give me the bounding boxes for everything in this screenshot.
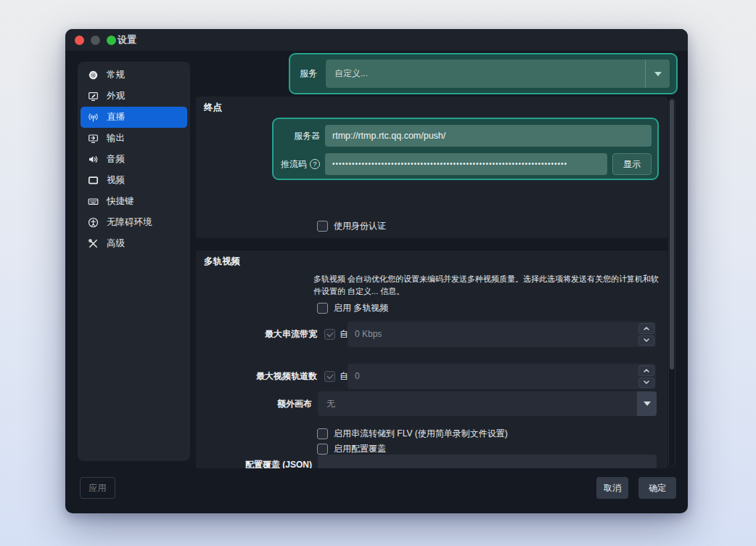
multitrack-header: 多轨视频 (204, 256, 240, 268)
flv-dump-row: 启用串流转储到 FLV (使用简单录制文件设置) (317, 428, 508, 440)
keyboard-icon (88, 196, 99, 207)
max-bitrate-label: 最大串流带宽 (196, 322, 317, 347)
endpoint-header: 终点 (204, 102, 222, 114)
sidebar-item-label: 直播 (107, 111, 125, 123)
tools-icon (88, 238, 99, 249)
multitrack-enable-row: 启用 多轨视频 (317, 302, 388, 314)
extra-canvas-value: 无 (318, 391, 637, 416)
endpoint-panel: 终点 服务器 rtmp://rtmp.rtc.qq.com/push/ 推流码 … (196, 97, 667, 238)
sidebar-item-label: 输出 (107, 132, 125, 144)
sidebar-item-audio[interactable]: 音频 (81, 149, 187, 170)
auth-checkbox-label: 使用身份认证 (334, 220, 386, 232)
sidebar-item-hotkeys[interactable]: 快捷键 (81, 191, 187, 212)
zoom-traffic-light[interactable] (107, 36, 116, 45)
sidebar-item-label: 常规 (107, 69, 125, 81)
sidebar-item-appearance[interactable]: 外观 (81, 86, 187, 107)
sidebar-item-label: 无障碍环境 (107, 216, 152, 229)
config-override-json-textarea[interactable] (318, 455, 657, 468)
minimize-traffic-light[interactable] (91, 36, 100, 45)
chevron-down-icon (637, 391, 657, 416)
settings-scroll-area: 终点 服务器 rtmp://rtmp.rtc.qq.com/push/ 推流码 … (196, 97, 667, 468)
stream-key-label: 推流码 ? (279, 158, 320, 171)
sidebar-item-label: 高级 (107, 237, 125, 250)
bitrate-step-down-button[interactable] (638, 335, 654, 346)
service-dropdown[interactable]: 自定义... (326, 60, 670, 88)
sidebar-item-stream[interactable]: 直播 (81, 107, 187, 128)
max-tracks-auto-checkbox[interactable] (324, 371, 335, 382)
ok-button[interactable]: 确定 (638, 477, 676, 499)
stream-key-input[interactable]: ••••••••••••••••••••••••••••••••••••••••… (325, 153, 607, 175)
max-bitrate-input[interactable]: 0 Kbps (348, 322, 656, 347)
multitrack-description: 多轨视频 会自动优化您的设置来编码并发送多种视频质量。选择此选项将发送有关您的计… (313, 273, 660, 298)
max-tracks-label: 最大视频轨道数 (196, 364, 317, 389)
speaker-icon (88, 154, 99, 165)
sidebar-item-output[interactable]: 输出 (81, 128, 187, 149)
config-override-json-label: 配置覆盖 (JSON) (196, 459, 312, 468)
service-dropdown-value: 自定义... (326, 60, 645, 88)
sidebar-item-general[interactable]: 常规 (81, 65, 187, 86)
max-bitrate-auto-checkbox[interactable] (324, 329, 335, 340)
sidebar-item-label: 快捷键 (107, 195, 134, 208)
tracks-step-down-button[interactable] (638, 378, 654, 388)
output-icon (88, 133, 99, 144)
flv-dump-checkbox[interactable] (317, 428, 328, 439)
flv-dump-label: 启用串流转储到 FLV (使用简单录制文件设置) (334, 428, 508, 440)
auth-checkbox[interactable] (317, 221, 328, 232)
sidebar-item-video[interactable]: 视频 (81, 170, 187, 191)
appearance-icon (88, 91, 99, 102)
broadcast-icon (88, 112, 99, 123)
bitrate-step-up-button[interactable] (638, 323, 654, 334)
chevron-down-icon (645, 60, 670, 88)
config-override-checkbox[interactable] (317, 444, 328, 455)
sidebar-item-label: 视频 (107, 174, 125, 187)
close-traffic-light[interactable] (75, 36, 84, 45)
window-title: 设置 (118, 29, 136, 51)
service-highlight-box: 服务 自定义... (289, 53, 678, 94)
auth-checkbox-row: 使用身份认证 (317, 220, 386, 232)
sidebar-item-label: 外观 (107, 90, 125, 102)
settings-window: 设置 常规 外观 直播 输出 (65, 29, 688, 513)
max-tracks-input[interactable]: 0 (348, 364, 656, 389)
chevron-up-icon (644, 369, 649, 372)
monitor-icon (88, 175, 99, 186)
service-label: 服务 (300, 68, 317, 80)
extra-canvas-dropdown[interactable]: 无 (318, 391, 657, 416)
endpoint-highlight-box: 服务器 rtmp://rtmp.rtc.qq.com/push/ 推流码 ? •… (272, 118, 659, 180)
help-icon[interactable]: ? (310, 159, 320, 169)
multitrack-panel: 多轨视频 多轨视频 会自动优化您的设置来编码并发送多种视频质量。选择此选项将发送… (196, 250, 667, 468)
settings-sidebar: 常规 外观 直播 输出 音频 (78, 62, 190, 461)
sidebar-item-label: 音频 (107, 153, 125, 166)
sidebar-item-advanced[interactable]: 高级 (81, 233, 187, 254)
server-input[interactable]: rtmp://rtmp.rtc.qq.com/push/ (325, 125, 652, 147)
tracks-step-up-button[interactable] (638, 365, 654, 376)
scrollbar-thumb[interactable] (670, 99, 674, 370)
cancel-button[interactable]: 取消 (596, 477, 628, 499)
multitrack-enable-label: 启用 多轨视频 (334, 302, 388, 314)
sidebar-item-accessibility[interactable]: 无障碍环境 (81, 212, 187, 233)
chevron-down-icon (644, 380, 649, 384)
multitrack-enable-checkbox[interactable] (317, 303, 328, 314)
apply-button[interactable]: 应用 (80, 477, 115, 499)
chevron-up-icon (644, 327, 649, 330)
server-label: 服务器 (279, 130, 320, 142)
accessibility-icon (88, 217, 99, 228)
extra-canvas-label: 额外画布 (196, 391, 312, 416)
config-override-row: 启用配置覆盖 (317, 443, 386, 455)
config-override-label: 启用配置覆盖 (334, 443, 386, 455)
chevron-down-icon (644, 338, 649, 342)
show-key-button[interactable]: 显示 (612, 153, 652, 175)
title-bar[interactable]: 设置 (65, 29, 688, 51)
gear-icon (88, 70, 99, 81)
